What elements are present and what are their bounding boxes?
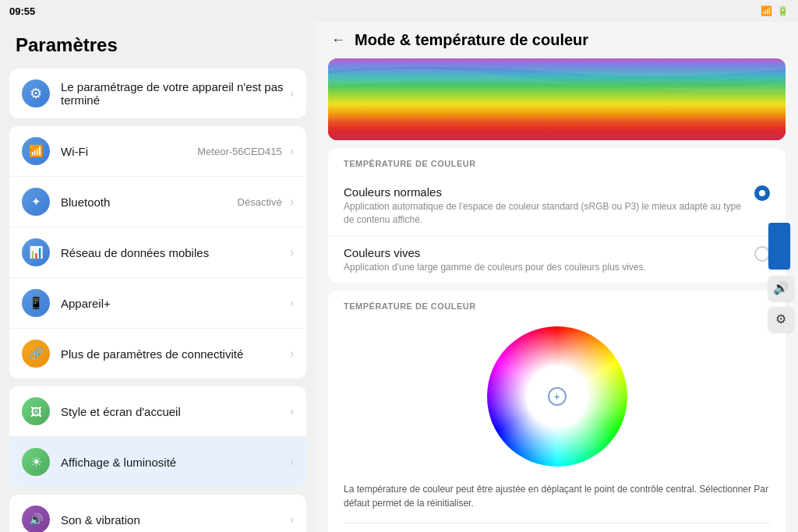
status-time: 09:55: [9, 5, 35, 17]
color-normal-title: Couleurs normales: [344, 185, 745, 199]
toolbar-btn-2[interactable]: 🔊: [768, 276, 793, 301]
sound-chevron: ›: [290, 513, 294, 527]
sidebar-item-wifi[interactable]: 📶 Wi-Fi Meteor-56CED415 ›: [9, 126, 306, 177]
color-wheel-desc: La température de couleur peut être ajus…: [328, 482, 786, 523]
settings-group-setup: ⚙ Le paramétrage de votre appareil n'est…: [9, 69, 306, 118]
bluetooth-chevron: ›: [290, 195, 294, 209]
wifi-chevron: ›: [290, 144, 294, 158]
color-normal-option[interactable]: Couleurs normales Application automatiqu…: [328, 176, 786, 237]
sidebar-item-setup[interactable]: ⚙ Le paramétrage de votre appareil n'est…: [9, 69, 306, 118]
color-wheel-container: +: [328, 311, 786, 482]
right-header: ← Mode & température de couleur: [316, 22, 798, 58]
display-label: Affichage & luminosité: [61, 456, 290, 469]
left-panel: Paramètres ⚙ Le paramétrage de votre app…: [0, 22, 316, 532]
color-normal-radio[interactable]: [754, 185, 770, 201]
panel-title: Paramètres: [0, 28, 316, 69]
sidebar-item-more-connect[interactable]: 🔗 Plus de paramètres de connectivité ›: [9, 329, 306, 379]
sound-icon: 🔊: [22, 506, 50, 532]
sidebar-item-sound[interactable]: 🔊 Son & vibration ›: [9, 495, 306, 532]
wifi-icon: 📶: [22, 137, 50, 165]
color-vivid-option[interactable]: Couleurs vives Application d'une large g…: [328, 237, 786, 284]
wifi-status-icon: 📶: [761, 5, 772, 16]
style-icon: 🖼: [22, 397, 50, 425]
device-plus-chevron: ›: [290, 296, 294, 310]
right-panel-title: Mode & température de couleur: [355, 31, 588, 49]
more-connect-chevron: ›: [290, 347, 294, 361]
color-vivid-title: Couleurs vives: [344, 246, 745, 259]
settings-group-network: 📶 Wi-Fi Meteor-56CED415 › ✦ Bluetooth Dé…: [9, 126, 306, 379]
status-icons: 📶 🔋: [761, 5, 789, 16]
wifi-label: Wi-Fi: [61, 145, 197, 158]
mobile-data-label: Réseau de données mobiles: [61, 246, 290, 259]
right-toolbar: 🔊 ⚙: [764, 217, 798, 338]
rainbow-banner: [328, 58, 786, 140]
setup-label: Le paramétrage de votre appareil n'est p…: [61, 80, 290, 107]
mobile-data-chevron: ›: [290, 245, 294, 259]
sidebar-item-device-plus[interactable]: 📱 Appareil+ ›: [9, 278, 306, 329]
sidebar-item-bluetooth[interactable]: ✦ Bluetooth Désactivé ›: [9, 177, 306, 227]
setup-icon: ⚙: [22, 79, 50, 107]
setup-chevron: ›: [290, 86, 294, 100]
toolbar-btn-3[interactable]: ⚙: [768, 307, 793, 332]
color-temp-wheel-section: TEMPÉRATURE DE COULEUR + La température …: [328, 291, 786, 532]
battery-status-icon: 🔋: [777, 5, 789, 16]
toolbar-btn-1[interactable]: [768, 223, 790, 270]
sound-label: Son & vibration: [61, 513, 290, 527]
more-connect-icon: 🔗: [22, 340, 50, 368]
style-label: Style et écran d'accueil: [61, 405, 290, 418]
color-wheel-section-label: TEMPÉRATURE DE COULEUR: [328, 291, 786, 311]
style-chevron: ›: [290, 404, 294, 418]
sidebar-item-mobile-data[interactable]: 📊 Réseau de données mobiles ›: [9, 227, 306, 278]
color-wheel[interactable]: +: [487, 326, 627, 467]
settings-group-sound: 🔊 Son & vibration › 🔔 Notifications & ba…: [9, 495, 306, 532]
status-bar: 09:55 📶 🔋: [0, 0, 798, 22]
bluetooth-value: Désactivé: [238, 196, 282, 208]
sidebar-item-style[interactable]: 🖼 Style et écran d'accueil ›: [9, 386, 306, 437]
color-mode-label: TEMPÉRATURE DE COULEUR: [328, 148, 786, 176]
right-panel: 🔊 ⚙ ← Mode & température de couleur: [316, 22, 798, 532]
display-chevron: ›: [290, 455, 294, 469]
device-plus-icon: 📱: [22, 289, 50, 317]
color-wheel-center[interactable]: +: [548, 387, 567, 406]
settings-group-display: 🖼 Style et écran d'accueil › ☀ Affichage…: [9, 386, 306, 487]
color-vivid-desc: Application d'une large gamme de couleur…: [344, 261, 745, 274]
more-connect-label: Plus de paramètres de connectivité: [61, 347, 290, 361]
wifi-value: Meteor-56CED415: [197, 146, 281, 157]
back-button[interactable]: ←: [331, 32, 345, 48]
preset-section: Par défaut Chaude Froide: [328, 523, 786, 532]
preset-default[interactable]: Par défaut: [328, 523, 786, 532]
color-mode-section: TEMPÉRATURE DE COULEUR Couleurs normales…: [328, 148, 786, 283]
bluetooth-label: Bluetooth: [61, 196, 238, 209]
main-container: Paramètres ⚙ Le paramétrage de votre app…: [0, 22, 798, 532]
device-plus-label: Appareil+: [61, 297, 290, 310]
color-normal-desc: Application automatique de l'espace de c…: [344, 200, 745, 227]
sidebar-item-display[interactable]: ☀ Affichage & luminosité ›: [9, 437, 306, 487]
mobile-data-icon: 📊: [22, 238, 50, 266]
display-icon: ☀: [22, 448, 50, 476]
bluetooth-icon: ✦: [22, 188, 50, 216]
